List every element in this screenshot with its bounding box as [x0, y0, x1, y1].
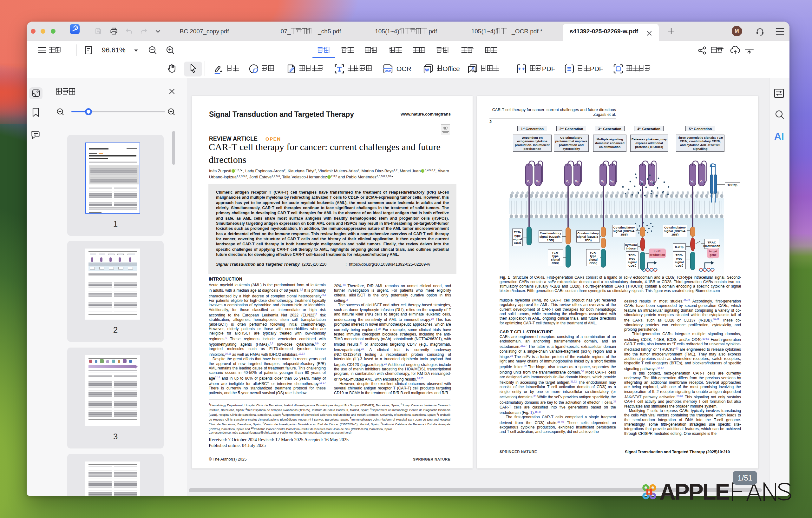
svg-text:OCR: OCR — [385, 69, 392, 72]
svg-text:W: W — [425, 67, 429, 72]
